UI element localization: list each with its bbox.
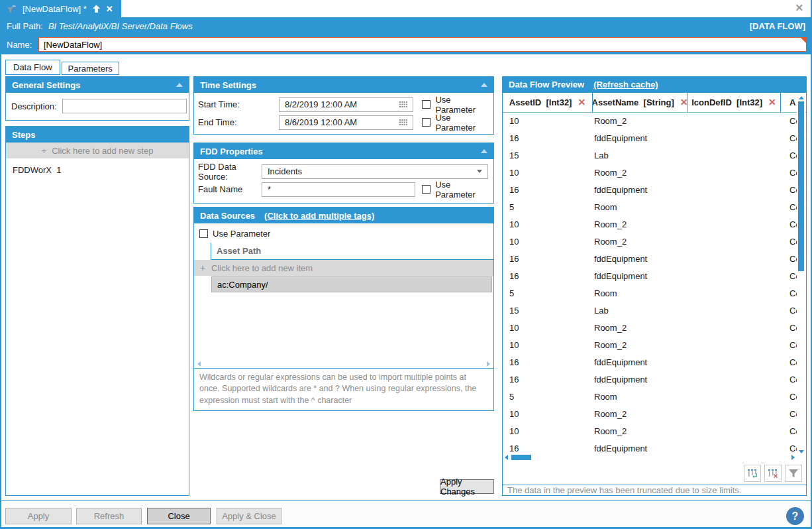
time-settings-header[interactable]: Time Settings bbox=[194, 77, 493, 93]
apply-changes-button[interactable]: Apply Changes bbox=[440, 479, 494, 494]
vertical-scroll-thumb[interactable] bbox=[798, 101, 804, 271]
collapse-arrow-icon[interactable] bbox=[176, 83, 183, 87]
refresh-cache-link[interactable]: (Refresh cache) bbox=[593, 80, 658, 89]
steps-panel: Steps + Click here to add new step FDDWo… bbox=[5, 126, 189, 496]
cell-asset-path: Cc bbox=[781, 254, 797, 264]
general-settings-header[interactable]: General Settings bbox=[6, 77, 189, 93]
remove-column-icon[interactable]: ✕ bbox=[768, 97, 776, 107]
table-row[interactable]: 16 fddEquipment Cc bbox=[503, 130, 797, 147]
table-row[interactable]: 16 fddEquipment Cc bbox=[503, 251, 797, 268]
fault-use-parameter-checkbox[interactable] bbox=[422, 185, 431, 194]
start-time-input[interactable]: 8/2/2019 12:00 AM bbox=[279, 97, 413, 112]
apply-button[interactable]: Apply bbox=[5, 508, 72, 524]
document-tab-close-icon[interactable]: ✕ bbox=[106, 5, 113, 13]
horizontal-scrollbar[interactable] bbox=[194, 359, 493, 368]
asset-path-row[interactable]: ac:Company/ bbox=[194, 276, 493, 293]
general-settings-panel: General Settings Description: bbox=[5, 76, 189, 121]
add-multiple-tags-link[interactable]: (Click to add multiple tags) bbox=[264, 211, 374, 221]
cell-asset-id: 16 bbox=[503, 133, 593, 143]
end-time-input[interactable]: 8/6/2019 12:00 AM bbox=[279, 115, 413, 130]
table-row[interactable]: 16 fddEquipment Cc bbox=[503, 371, 797, 388]
pin-up-arrow-icon[interactable] bbox=[92, 5, 101, 13]
preview-horizontal-scrollbar[interactable] bbox=[503, 453, 797, 462]
table-row[interactable]: 10 Room_2 Cc bbox=[503, 113, 797, 130]
start-time-use-parameter-checkbox[interactable] bbox=[422, 100, 431, 109]
remove-column-icon[interactable]: ✕ bbox=[680, 97, 687, 107]
tab-parameters[interactable]: Parameters bbox=[62, 62, 119, 75]
table-row[interactable]: 10 Room_2 Cc bbox=[503, 406, 797, 423]
apply-and-close-button[interactable]: Apply & Close bbox=[217, 508, 281, 524]
cell-asset-id: 10 bbox=[503, 426, 593, 436]
name-input[interactable] bbox=[38, 37, 807, 52]
end-time-use-parameter-checkbox[interactable] bbox=[422, 118, 431, 127]
fault-name-input[interactable]: * bbox=[262, 182, 415, 197]
scroll-up-icon[interactable] bbox=[799, 96, 804, 99]
cell-asset-id: 16 bbox=[503, 185, 593, 195]
tab-data-flow[interactable]: Data Flow bbox=[5, 60, 60, 75]
cell-asset-name: Room bbox=[593, 202, 687, 212]
add-item-row[interactable]: + Click here to add new item bbox=[194, 260, 493, 276]
scroll-down-icon[interactable] bbox=[799, 450, 804, 453]
asset-path-value[interactable]: ac:Company/ bbox=[211, 276, 492, 292]
window-close-icon[interactable]: ✕ bbox=[795, 2, 803, 14]
fdd-data-source-select[interactable]: Incidents bbox=[262, 164, 488, 179]
table-row[interactable]: 5 Room Cc bbox=[503, 388, 797, 406]
data-sources-title: Data Sources bbox=[200, 211, 255, 221]
table-row[interactable]: 15 Lab Cc bbox=[503, 302, 797, 320]
remove-column-icon[interactable]: ✕ bbox=[578, 97, 585, 107]
asset-path-column-header[interactable]: Asset Path bbox=[211, 243, 493, 260]
filter-remove-button[interactable] bbox=[764, 465, 782, 482]
column-header-clipped[interactable]: A bbox=[781, 93, 797, 112]
page-tabs: Data Flow Parameters bbox=[5, 60, 119, 75]
preview-vertical-scrollbar[interactable] bbox=[797, 95, 805, 454]
cell-asset-id: 16 bbox=[503, 443, 593, 453]
collapse-arrow-icon[interactable] bbox=[481, 83, 487, 87]
table-row[interactable]: 10 Room_2 Cc bbox=[503, 320, 797, 337]
table-row[interactable]: 16 fddEquipment Cc bbox=[503, 440, 797, 453]
steps-title: Steps bbox=[12, 130, 35, 140]
asset-path-list: ac:Company/ bbox=[194, 276, 493, 293]
table-row[interactable]: 16 fddEquipment Cc bbox=[503, 182, 797, 199]
table-row[interactable]: 16 fddEquipment Cc bbox=[503, 354, 797, 371]
cell-asset-name: Room_2 bbox=[593, 168, 687, 178]
general-settings-title: General Settings bbox=[12, 80, 80, 90]
table-row[interactable]: 10 Room_2 Cc bbox=[503, 216, 797, 233]
table-row[interactable]: 10 Room_2 Cc bbox=[503, 337, 797, 354]
cell-asset-path: Cc bbox=[781, 375, 797, 384]
step-list-item[interactable]: FDDWorX 1 bbox=[6, 158, 189, 175]
table-row[interactable]: 10 Room_2 Cc bbox=[503, 164, 797, 182]
cell-asset-name: fddEquipment bbox=[593, 375, 687, 384]
help-button[interactable]: ? bbox=[786, 507, 804, 525]
scroll-left-icon[interactable] bbox=[505, 455, 508, 460]
scroll-right-icon[interactable] bbox=[487, 361, 490, 367]
scroll-left-icon[interactable] bbox=[197, 361, 201, 367]
fdd-properties-header[interactable]: FDD Properties bbox=[194, 143, 493, 159]
filter-apply-button[interactable] bbox=[744, 465, 761, 482]
cell-asset-path: Cc bbox=[781, 392, 797, 402]
column-header-icondefid[interactable]: IconDefID [Int32] ✕ bbox=[687, 93, 781, 112]
date-picker-icon[interactable] bbox=[399, 101, 407, 108]
description-input[interactable] bbox=[62, 99, 187, 113]
table-row[interactable]: 5 Room Cc bbox=[503, 285, 797, 302]
dataflow-icon bbox=[7, 3, 17, 14]
table-row[interactable]: 15 Lab Cc bbox=[503, 147, 797, 164]
document-tab[interactable]: [NewDataFlow] * ✕ bbox=[1, 0, 121, 17]
column-header-assetid[interactable]: AssetID [Int32] ✕ bbox=[503, 93, 593, 112]
table-row[interactable]: 16 fddEquipment Cc bbox=[503, 268, 797, 285]
scroll-right-icon[interactable] bbox=[791, 455, 795, 460]
collapse-arrow-icon[interactable] bbox=[481, 149, 487, 153]
add-step-row[interactable]: + Click here to add new step bbox=[6, 143, 189, 158]
table-row[interactable]: 10 Room_2 Cc bbox=[503, 233, 797, 251]
refresh-button[interactable]: Refresh bbox=[76, 508, 142, 524]
cell-asset-path: Cc bbox=[781, 306, 797, 316]
filter-button[interactable] bbox=[785, 465, 802, 482]
table-row[interactable]: 5 Room Cc bbox=[503, 199, 797, 216]
column-header-assetname[interactable]: AssetName [String] ✕ bbox=[593, 93, 687, 112]
cell-asset-path: Cc bbox=[781, 323, 797, 333]
date-picker-icon[interactable] bbox=[399, 119, 407, 126]
table-row[interactable]: 10 Room_2 Cc bbox=[503, 423, 797, 440]
horizontal-scroll-thumb[interactable] bbox=[511, 455, 531, 460]
data-sources-use-parameter-checkbox[interactable] bbox=[199, 229, 208, 238]
cell-asset-path: Cc bbox=[781, 443, 797, 453]
close-button[interactable]: Close bbox=[147, 508, 211, 524]
